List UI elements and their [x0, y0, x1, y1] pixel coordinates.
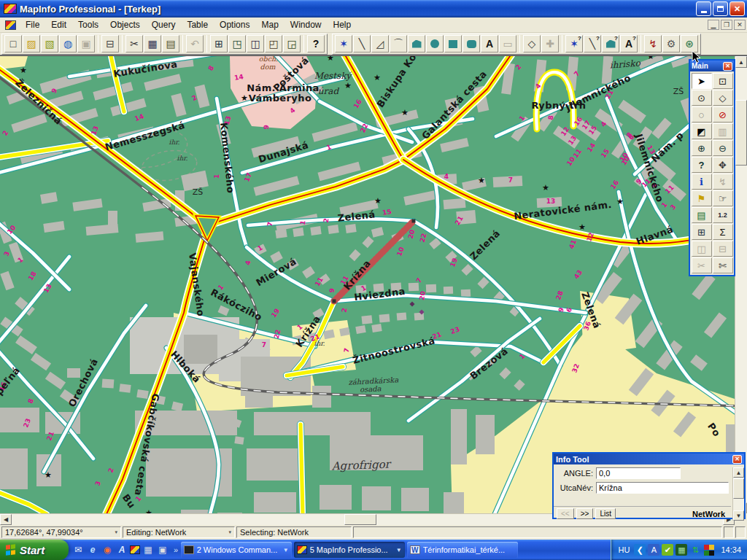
previous-record-button[interactable]: << — [557, 508, 574, 519]
text-style-button[interactable]: A? — [620, 35, 638, 52]
restore-button[interactable] — [713, 1, 728, 16]
quicklaunch-browser-icon[interactable]: ◉ — [101, 543, 114, 556]
menu-file[interactable]: File — [20, 18, 45, 31]
reshape-button[interactable]: ◇ — [523, 35, 541, 52]
open-table-button[interactable]: ▧ — [41, 35, 58, 52]
select-tool[interactable]: ➤ — [692, 73, 712, 89]
scroll-left-arrow[interactable]: ◀ — [0, 514, 12, 525]
tray-back-icon[interactable]: ❮ — [634, 544, 646, 556]
boundary-select-tool[interactable]: ◌ — [692, 106, 712, 122]
open-web-service-button[interactable]: ◍ — [59, 35, 77, 52]
clip-region-tool[interactable]: ✂ — [692, 257, 712, 273]
legend-tool[interactable]: ⊞ — [692, 224, 712, 240]
start-button[interactable]: Start — [0, 540, 69, 560]
rounded-rectangle-tool-button[interactable] — [462, 35, 480, 52]
region-style-button[interactable]: ? — [602, 35, 619, 52]
new-browser-button[interactable]: ⊞ — [210, 35, 228, 52]
zoom-in-tool[interactable]: ⊕ — [692, 140, 712, 156]
ellipse-tool-button[interactable] — [426, 35, 444, 52]
ruler-tool[interactable]: 1.2 — [713, 207, 733, 223]
label-tool[interactable]: ⚑ — [692, 190, 712, 206]
print-button[interactable]: ⊟ — [101, 35, 119, 52]
tray-grid-icon[interactable]: ▦ — [676, 544, 687, 556]
palette-close-icon[interactable]: ✕ — [723, 62, 732, 71]
menu-help[interactable]: Help — [328, 18, 357, 31]
text-tool-button[interactable]: A — [481, 35, 498, 52]
menu-options[interactable]: Options — [214, 18, 255, 31]
new-grapher-button[interactable]: ◫ — [247, 35, 264, 52]
editing-layer-cell[interactable]: Editing: NetWork▾ — [123, 526, 235, 538]
undo-button[interactable]: ↶ — [186, 35, 204, 52]
selection-node[interactable] — [412, 219, 416, 223]
marquee-select-tool[interactable]: ⊡ — [713, 73, 733, 89]
quicklaunch-acrobat-icon[interactable]: A — [115, 543, 128, 556]
mdi-minimize-button[interactable]: ▁ — [708, 20, 719, 30]
quicklaunch-dos-icon[interactable]: ▣ — [156, 543, 169, 556]
polygon-select-tool[interactable]: ◇ — [713, 90, 733, 106]
new-redistricter-button[interactable]: ◲ — [283, 35, 301, 52]
info-tool[interactable]: i — [692, 174, 712, 190]
help-pointer-button[interactable]: ? — [307, 35, 325, 52]
document-icon[interactable] — [5, 20, 16, 30]
tray-acrobat-icon[interactable]: A — [648, 544, 659, 556]
quicklaunch-mapinfo-icon[interactable] — [130, 545, 140, 554]
line-tool-button[interactable]: ╲ — [353, 35, 371, 52]
statistics-tool[interactable]: Σ — [713, 224, 733, 240]
tools-button[interactable]: ⚙ — [662, 35, 680, 52]
menu-objects[interactable]: Objects — [104, 18, 146, 31]
taskbar-window-3[interactable]: WTérinformatikai_térké... — [407, 542, 518, 558]
paste-button[interactable]: ▤ — [162, 35, 179, 52]
quicklaunch-chevron-icon[interactable]: » — [172, 545, 179, 554]
add-node-button[interactable]: ✚ — [541, 35, 559, 52]
cut-button[interactable]: ✂ — [125, 35, 143, 52]
info-tool-window[interactable]: Info Tool ✕ ANGLE: UtcaNév: << >> List N… — [552, 452, 746, 519]
new-layout-button[interactable]: ◰ — [265, 35, 282, 52]
street-name-field[interactable] — [596, 482, 729, 494]
close-button[interactable]: ✕ — [729, 1, 745, 16]
info-tool-scrollbar[interactable]: ▲ ▼ — [732, 467, 744, 521]
menu-window[interactable]: Window — [285, 18, 328, 31]
menu-table[interactable]: Table — [181, 18, 214, 31]
hscroll-thumb[interactable] — [344, 514, 376, 525]
symbol-tool-button[interactable]: ✶ — [335, 35, 352, 52]
rectangle-tool-button[interactable] — [444, 35, 462, 52]
arc-tool-button[interactable]: ⌒ — [390, 35, 407, 52]
next-record-button[interactable]: >> — [576, 508, 594, 519]
menu-map[interactable]: Map — [255, 18, 284, 31]
line-style-button[interactable]: ╲? — [584, 35, 601, 52]
quicklaunch-internet-explorer-icon[interactable]: e — [86, 543, 99, 556]
quicklaunch-mail-icon[interactable]: ✉ — [71, 543, 85, 556]
quicklaunch-calculator-icon[interactable]: ▦ — [142, 543, 155, 556]
clip-region-onoff-tool[interactable]: ✄ — [713, 257, 733, 273]
menu-edit[interactable]: Edit — [45, 18, 72, 31]
polyline-tool-button[interactable]: ◿ — [371, 35, 389, 52]
minimize-button[interactable] — [696, 1, 711, 16]
pan-tool[interactable]: ✥ — [713, 157, 733, 173]
radius-select-tool[interactable]: ⊙ — [692, 90, 712, 106]
map-canvas[interactable]: ★★★★★★★★★★★★★★81421314134916221171247211… — [0, 56, 735, 514]
selecting-layer-cell[interactable]: Selecting: NetWork — [236, 526, 352, 538]
tray-antivirus-icon[interactable]: ✔ — [662, 544, 673, 556]
taskbar-clock[interactable]: 14:34 — [718, 545, 741, 554]
district-browser-tool[interactable]: ◫ — [692, 241, 712, 257]
save-button[interactable]: ▣ — [77, 35, 95, 52]
symbol-style-button[interactable]: ✶? — [565, 35, 583, 52]
hotlink-tool[interactable]: ↯ — [713, 174, 733, 190]
taskbar-window-1[interactable]: 2 Windows Comman...▼ — [181, 542, 292, 558]
info-scroll-down-arrow[interactable]: ▼ — [733, 510, 744, 521]
info-scroll-thumb[interactable] — [733, 478, 744, 499]
set-target-district-tool[interactable]: ⊟ — [713, 241, 733, 257]
change-view-tool[interactable]: ? — [692, 157, 712, 173]
map-window[interactable]: ★★★★★★★★★★★★★★81421314134916221171247211… — [0, 55, 747, 525]
angle-field[interactable] — [596, 467, 681, 479]
run-mapbasic-button[interactable]: ↯ — [644, 35, 662, 52]
info-tool-close-icon[interactable]: ✕ — [732, 455, 742, 464]
scroll-up-arrow[interactable]: ▲ — [735, 56, 747, 68]
list-button[interactable]: List — [595, 508, 616, 519]
drag-map-window-tool[interactable]: ☞ — [713, 190, 733, 206]
polygon-tool-button[interactable] — [408, 35, 425, 52]
graph-select-tool[interactable]: ▥ — [713, 123, 733, 139]
tray-sync-icon[interactable]: ⇅ — [689, 544, 701, 556]
unselect-all-tool[interactable]: ⊘ — [713, 106, 733, 122]
taskbar-window-2[interactable]: 5 MapInfo Professio...▼ — [294, 542, 405, 558]
